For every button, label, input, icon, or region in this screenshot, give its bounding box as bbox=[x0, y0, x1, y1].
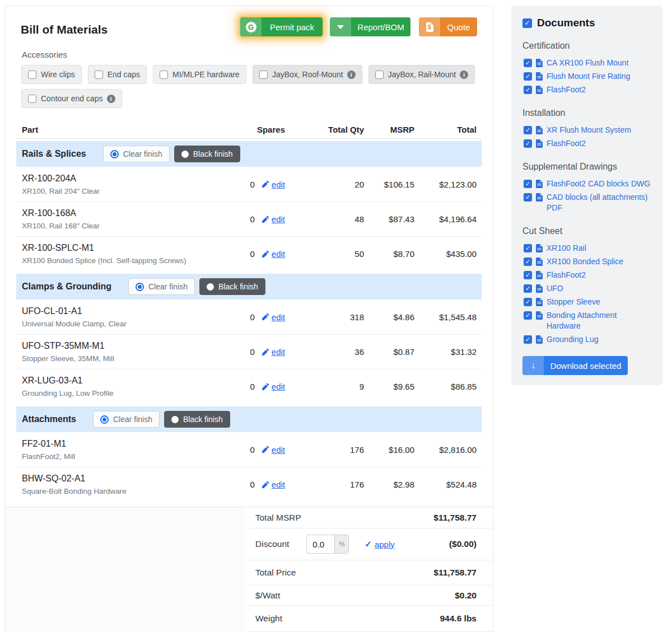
document-link[interactable]: FlashFoot2 bbox=[547, 85, 586, 95]
clear-finish-toggle[interactable]: Clear finish bbox=[103, 146, 170, 162]
document-checkbox[interactable]: ✓ bbox=[524, 311, 532, 320]
document-link[interactable]: Stopper Sleeve bbox=[547, 297, 600, 307]
edit-spares-link[interactable]: edit bbox=[262, 445, 285, 455]
black-finish-toggle[interactable]: Black finish bbox=[164, 411, 230, 428]
document-checkbox[interactable]: ✓ bbox=[524, 271, 532, 279]
table-row: XR-100-204AXR100, Rail 204" Clear0edit20… bbox=[16, 167, 482, 202]
accessory-jaybox-roof[interactable]: JayBox, Roof-Mounti bbox=[253, 65, 362, 84]
total-qty: 318 bbox=[291, 312, 370, 322]
accessory-mi-mlpe[interactable]: MI/MLPE hardware bbox=[153, 65, 246, 84]
permit-pack-button[interactable]: G Permit pack bbox=[240, 17, 323, 36]
doc-group-label: Installation bbox=[522, 108, 651, 118]
document-item: ✓CA XR100 Flush Mount bbox=[524, 56, 651, 69]
document-link[interactable]: UFO bbox=[547, 283, 563, 294]
document-checkbox[interactable]: ✓ bbox=[524, 244, 532, 252]
spares-value: 0 bbox=[250, 480, 254, 489]
document-link[interactable]: Bonding Attachment Hardware bbox=[547, 310, 651, 331]
document-link[interactable]: CA XR100 Flush Mount bbox=[547, 58, 628, 68]
checkbox[interactable] bbox=[28, 95, 36, 103]
document-checkbox[interactable]: ✓ bbox=[524, 126, 532, 134]
accessory-jaybox-rail[interactable]: JayBox, Rail-Mounti bbox=[368, 65, 475, 84]
documents-checkbox[interactable]: ✓ bbox=[522, 18, 532, 28]
total-qty: 20 bbox=[291, 180, 370, 189]
file-icon bbox=[536, 258, 543, 266]
radio-icon bbox=[181, 151, 189, 158]
pencil-icon bbox=[262, 216, 269, 223]
file-icon bbox=[536, 59, 543, 67]
report-bom-button[interactable]: Report/BOM bbox=[330, 17, 410, 36]
file-icon bbox=[536, 139, 543, 148]
document-checkbox[interactable]: ✓ bbox=[524, 335, 532, 344]
document-link[interactable]: Flush Mount Fire Rating bbox=[547, 71, 630, 82]
document-checkbox[interactable]: ✓ bbox=[524, 193, 532, 202]
document-item: ✓XR100 Bonded Splice bbox=[524, 255, 651, 268]
pencil-icon bbox=[262, 180, 269, 188]
documents-title: Documents bbox=[537, 17, 595, 29]
row-total: $86.85 bbox=[420, 382, 482, 391]
checkbox[interactable] bbox=[95, 71, 103, 79]
discount-input[interactable] bbox=[306, 535, 334, 554]
edit-spares-link[interactable]: edit bbox=[262, 249, 285, 259]
file-icon bbox=[536, 193, 543, 202]
info-icon[interactable]: i bbox=[347, 71, 356, 79]
row-total: $1,545.48 bbox=[420, 312, 482, 322]
document-checkbox[interactable]: ✓ bbox=[524, 86, 532, 94]
file-icon bbox=[536, 284, 543, 293]
info-icon[interactable]: i bbox=[107, 95, 115, 103]
edit-spares-link[interactable]: edit bbox=[262, 480, 285, 489]
black-finish-toggle[interactable]: Black finish bbox=[174, 146, 240, 162]
apply-discount-link[interactable]: ✓apply bbox=[365, 539, 394, 549]
document-link[interactable]: XR Flush Mount System bbox=[547, 125, 631, 135]
row-total: $31.32 bbox=[420, 347, 482, 357]
accessory-wire-clips[interactable]: Wire clips bbox=[21, 65, 82, 84]
document-link[interactable]: XR100 Bonded Splice bbox=[547, 256, 623, 267]
part-description: XR100, Rail 168" Clear bbox=[22, 222, 222, 230]
checkbox[interactable] bbox=[375, 71, 384, 79]
clear-finish-toggle[interactable]: Clear finish bbox=[93, 411, 160, 428]
document-checkbox[interactable]: ✓ bbox=[524, 72, 532, 81]
document-checkbox[interactable]: ✓ bbox=[524, 180, 532, 188]
document-checkbox[interactable]: ✓ bbox=[524, 139, 532, 148]
black-finish-toggle[interactable]: Black finish bbox=[199, 278, 265, 295]
check-icon: ✓ bbox=[365, 539, 372, 549]
file-icon bbox=[536, 86, 543, 94]
checkbox[interactable] bbox=[160, 71, 168, 79]
edit-spares-link[interactable]: edit bbox=[262, 382, 285, 391]
document-link[interactable]: FlashFoot2 bbox=[547, 138, 586, 149]
accessory-end-caps[interactable]: End caps bbox=[88, 65, 147, 84]
msrp: $16.00 bbox=[370, 445, 420, 455]
document-checkbox[interactable]: ✓ bbox=[524, 59, 532, 67]
document-checkbox[interactable]: ✓ bbox=[524, 284, 532, 293]
document-link[interactable]: FlashFoot2 CAD blocks DWG bbox=[547, 179, 650, 189]
edit-spares-link[interactable]: edit bbox=[262, 312, 285, 322]
summary-row-weight: Weight 944.6 lbs bbox=[249, 606, 493, 632]
section-clamps-grounding: Clamps & GroundingClear finishBlack fini… bbox=[16, 274, 482, 299]
doc-group-label: Cut Sheet bbox=[522, 226, 651, 236]
edit-spares-link[interactable]: edit bbox=[262, 347, 285, 357]
checkbox[interactable] bbox=[28, 71, 36, 79]
file-icon bbox=[536, 126, 543, 134]
document-link[interactable]: Grounding Lug bbox=[547, 334, 599, 345]
radio-icon bbox=[207, 283, 214, 291]
table-row: UFO-STP-35MM-M1Stopper Sleeve, 35MM, Mil… bbox=[16, 334, 482, 369]
permit-pack-icon: G bbox=[246, 22, 256, 32]
edit-spares-link[interactable]: edit bbox=[262, 214, 285, 224]
download-selected-button[interactable]: ↓ Download selected bbox=[522, 356, 628, 375]
spares-value: 0 bbox=[250, 382, 254, 391]
document-link[interactable]: FlashFoot2 bbox=[547, 270, 586, 280]
quote-button[interactable]: $ Quote bbox=[419, 17, 477, 36]
part-number: XR-100-168A bbox=[22, 208, 222, 218]
info-icon[interactable]: i bbox=[460, 71, 468, 79]
checkbox[interactable] bbox=[259, 71, 268, 79]
clear-finish-toggle[interactable]: Clear finish bbox=[128, 278, 195, 295]
download-icon: ↓ bbox=[522, 356, 544, 375]
section-rails-splices: Rails & SplicesClear finishBlack finish bbox=[16, 141, 482, 167]
document-checkbox[interactable]: ✓ bbox=[524, 298, 532, 306]
document-link[interactable]: XR100 Rail bbox=[547, 243, 586, 254]
pencil-icon bbox=[262, 383, 269, 391]
accessory-contour-end-caps[interactable]: Contour end capsi bbox=[21, 89, 122, 108]
row-total: $4,196.64 bbox=[420, 214, 482, 224]
document-link[interactable]: CAD blocks (all attachments) PDF bbox=[547, 192, 651, 213]
edit-spares-link[interactable]: edit bbox=[262, 180, 285, 189]
document-checkbox[interactable]: ✓ bbox=[524, 258, 532, 266]
